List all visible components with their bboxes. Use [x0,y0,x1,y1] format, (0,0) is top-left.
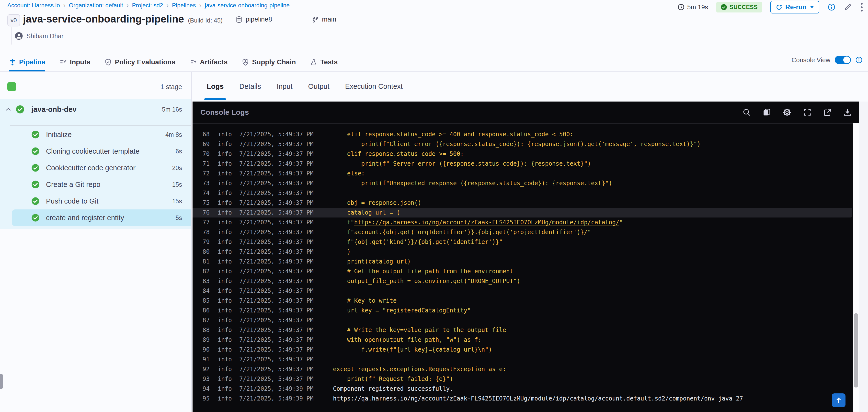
divider [191,71,192,412]
breadcrumb-account[interactable]: Account: Harness.io [7,2,60,9]
tab-inputs[interactable]: Inputs [59,54,90,71]
fullscreen-icon[interactable] [803,108,812,117]
console-log-output: 68info7/21/2025, 5:49:37 PM elif respons… [192,123,852,412]
tab-supply-chain[interactable]: Supply Chain [242,54,296,71]
log-line-number: 84 [203,286,210,296]
step-item[interactable]: Cookiecutter code generator20s [0,160,191,176]
log-level: info [218,345,232,354]
log-link[interactable]: https://qa.harness.io/ng/account/zEaak-F… [333,395,743,402]
check-circle-icon [31,214,40,222]
log-line: 81info7/21/2025, 5:49:37 PM print(catalo… [192,257,852,266]
tab-details[interactable]: Details [239,71,261,101]
log-timestamp: 7/21/2025, 5:49:37 PM [239,188,313,198]
log-text: with open(output_file_path, "w") as f: [333,335,482,345]
pipeline-icon [9,59,16,66]
copy-icon[interactable] [762,108,771,117]
tab-tests[interactable]: Tests [310,54,338,71]
log-timestamp: 7/21/2025, 5:49:37 PM [239,227,313,237]
edit-pencil-icon[interactable] [844,3,851,11]
page-title: java-service-onboarding-pipeline [23,13,184,25]
log-line: 90info7/21/2025, 5:49:37 PM f.write(f"{u… [192,345,852,354]
log-level: info [218,139,232,149]
rerun-button[interactable]: Re-run [770,1,819,13]
log-line: 76info7/21/2025, 5:49:37 PM catalog_url … [192,208,852,218]
log-line-number: 94 [203,384,210,394]
step-item[interactable]: Create a Git repo15s [0,176,191,193]
tab-output[interactable]: Output [308,71,329,101]
info-icon[interactable] [828,3,835,11]
log-text: f"https://qa.harness.io/ng/account/zEaak… [333,218,623,227]
log-text: print(f" Request failed: {e}") [333,374,453,384]
search-icon[interactable] [742,108,751,117]
log-timestamp: 7/21/2025, 5:49:37 PM [239,325,313,335]
check-circle-icon [31,130,40,139]
log-text: print(f"Client error ({response.status_c… [333,139,701,149]
log-text: https://qa.harness.io/ng/account/zEaak-F… [333,394,743,404]
step-item[interactable]: Initialize4m 8s [0,126,191,143]
log-line-number: 78 [203,227,210,237]
log-level: info [218,335,232,345]
tab-logs[interactable]: Logs [207,71,224,101]
log-text: print(catalog_url) [333,257,411,266]
log-line-number: 91 [203,354,210,364]
check-circle-icon [721,4,727,10]
log-level: info [218,237,232,247]
pipeline-tag[interactable]: pipeline8 [235,15,272,23]
supply-chain-icon [242,59,249,66]
log-text: # Get the output file path from the envi… [333,266,513,276]
page-scrollbar-thumb[interactable] [0,374,3,389]
log-line-number: 86 [203,306,210,315]
log-level: info [218,296,232,306]
tab-pipeline[interactable]: Pipeline [9,54,45,71]
log-level: info [218,247,232,257]
breadcrumb-pipeline-name[interactable]: java-service-onboarding-pipeline [205,2,290,9]
log-line: 87info7/21/2025, 5:49:37 PM [192,315,852,325]
step-item[interactable]: Cloning cookiecutter template6s [0,143,191,160]
settings-gear-icon[interactable] [782,108,792,117]
log-line-number: 80 [203,247,210,257]
breadcrumb-project[interactable]: Project: sd2 [132,2,163,9]
scrollbar-thumb[interactable] [854,313,858,387]
log-line-number: 73 [203,178,210,188]
open-new-tab-icon[interactable] [823,108,832,117]
scroll-to-top-button[interactable] [832,393,845,407]
step-duration: 6s [176,148,182,155]
more-options-icon[interactable] [860,2,864,12]
log-timestamp: 7/21/2025, 5:49:37 PM [239,159,313,168]
step-item[interactable]: Push code to Git15s [0,193,191,210]
step-item[interactable]: create and register entity5s [12,210,191,226]
log-timestamp: 7/21/2025, 5:49:37 PM [239,178,313,188]
check-circle-icon [31,197,40,205]
breadcrumb-pipelines[interactable]: Pipelines [172,2,196,9]
step-duration: 4m 8s [165,131,182,138]
download-icon[interactable] [843,108,852,117]
log-text: Component registered successfully. [333,384,453,394]
breadcrumb-organization[interactable]: Organization: default [69,2,123,9]
breadcrumb-separator-icon: › [199,1,202,9]
build-id: (Build Id: 45) [188,17,223,24]
step-name: Cookiecutter code generator [46,164,135,172]
log-text: # Write the key=value pair to the output… [333,325,506,335]
log-line-number: 68 [203,129,210,139]
branch-tag[interactable]: main [312,15,336,23]
log-line-number: 95 [203,394,210,404]
log-line: 77info7/21/2025, 5:49:37 PM f"https://qa… [192,218,852,227]
tab-execution-context[interactable]: Execution Context [345,71,403,101]
log-timestamp: 7/21/2025, 5:49:37 PM [239,218,313,227]
clock-icon [677,3,685,11]
chevron-up-icon[interactable] [5,107,11,111]
stage-row[interactable]: java-onb-dev 5m 16s [0,99,191,120]
console-scrollbar[interactable] [853,123,859,412]
console-view-toggle[interactable] [835,56,851,64]
log-line: 80info7/21/2025, 5:49:37 PM ) [192,247,852,257]
log-link[interactable]: https://qa.harness.io/ng/account/zEaak-F… [354,219,619,226]
log-text: f"{obj.get('kind')}/{obj.get('identifier… [333,237,503,247]
tab-policy-evaluations[interactable]: Policy Evaluations [104,54,175,71]
divider [302,14,302,26]
tab-artifacts[interactable]: Artifacts [190,54,228,71]
console-title: Console Logs [200,108,249,117]
tab-input[interactable]: Input [277,71,292,101]
log-timestamp: 7/21/2025, 5:49:37 PM [239,237,313,247]
info-icon[interactable] [855,56,863,64]
log-line-number: 92 [203,364,210,374]
